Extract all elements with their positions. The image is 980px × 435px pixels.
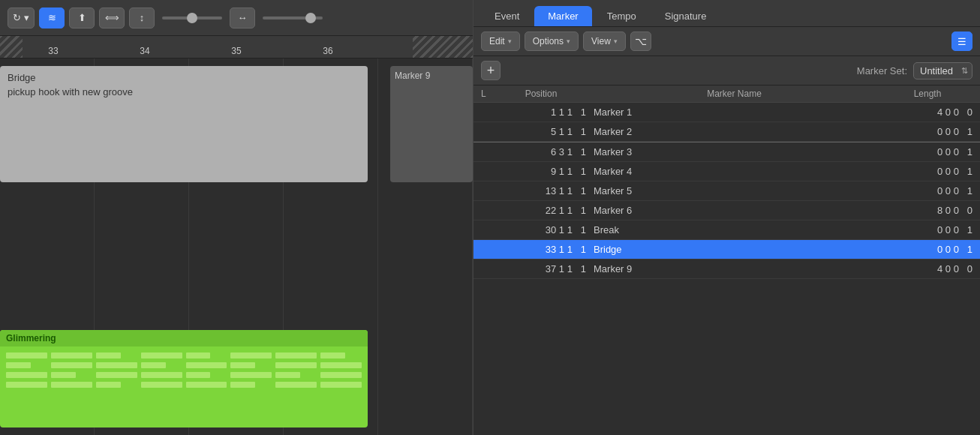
list-btn[interactable]: ☰ bbox=[951, 32, 972, 51]
cell-position: 33 1 1 1 bbox=[496, 244, 586, 255]
timeline-ruler: 33 34 35 36 37 bbox=[0, 36, 473, 58]
col-header-length: Length bbox=[882, 88, 972, 99]
view-label: View bbox=[591, 36, 611, 46]
midi-note bbox=[51, 352, 92, 358]
midi-note bbox=[51, 372, 76, 378]
cell-length: 0 0 0 1 bbox=[882, 185, 972, 196]
midi-note bbox=[186, 382, 227, 388]
midi-note bbox=[275, 372, 300, 378]
tab-signature[interactable]: Signature bbox=[651, 6, 720, 26]
table-row[interactable]: 5 1 1 1 Marker 2 0 0 0 1 bbox=[473, 122, 980, 142]
up-icon: ⬆ bbox=[78, 12, 86, 23]
bridge-title: Bridge bbox=[8, 72, 360, 83]
midi-note bbox=[51, 382, 92, 388]
marker-set-select[interactable]: Untitled bbox=[913, 62, 972, 80]
col-header-name: Marker Name bbox=[586, 88, 882, 99]
zoom-slider[interactable] bbox=[162, 16, 222, 20]
right-panel: Event Marker Tempo Signature Edit ▾ Opti… bbox=[473, 0, 980, 435]
arrows-btn[interactable]: ↕ bbox=[129, 8, 155, 28]
cell-name: Bridge bbox=[586, 244, 882, 255]
ruler-label-34: 34 bbox=[99, 37, 191, 56]
toolbar: ↻ ▾ ≋ ⬆ ⟺ ↕ ↔ bbox=[0, 0, 473, 36]
tab-marker[interactable]: Marker bbox=[534, 6, 591, 26]
midi-note bbox=[230, 362, 255, 368]
edit-btn[interactable]: Edit ▾ bbox=[481, 32, 520, 51]
midi-note bbox=[320, 382, 362, 388]
cell-length: 4 0 0 0 bbox=[882, 106, 972, 118]
cell-name: Marker 3 bbox=[586, 146, 882, 158]
marker9-label: Marker 9 bbox=[395, 70, 430, 81]
glimmering-notes bbox=[0, 346, 368, 392]
view-btn[interactable]: View ▾ bbox=[583, 32, 626, 51]
left-panel: ↻ ▾ ≋ ⬆ ⟺ ↕ ↔ 33 34 35 bbox=[0, 0, 473, 435]
options-label: Options bbox=[533, 36, 564, 46]
midi-note bbox=[6, 362, 31, 368]
cell-length: 0 0 0 1 bbox=[882, 224, 972, 236]
list-icon: ☰ bbox=[957, 36, 966, 47]
region-glimmering[interactable]: Glimmering bbox=[0, 330, 368, 428]
table-header: L Position Marker Name Length bbox=[473, 86, 980, 103]
fit-icon: ⟺ bbox=[105, 12, 119, 23]
midi-note bbox=[96, 382, 121, 388]
table-row[interactable]: 13 1 1 1 Marker 5 0 0 0 1 bbox=[473, 182, 980, 201]
tab-event[interactable]: Event bbox=[481, 6, 533, 26]
midi-note bbox=[51, 362, 92, 368]
view-chevron: ▾ bbox=[614, 38, 618, 45]
midi-note bbox=[230, 382, 255, 388]
cycle-btn[interactable]: ↻ ▾ bbox=[8, 8, 35, 28]
edit-label: Edit bbox=[489, 36, 505, 46]
table-row[interactable]: 6 3 1 1 Marker 3 0 0 0 1 bbox=[473, 142, 980, 162]
waveform-icon: ≋ bbox=[48, 12, 56, 23]
tab-tempo[interactable]: Tempo bbox=[594, 6, 650, 26]
col-header-position: Position bbox=[496, 88, 586, 99]
table-row[interactable]: 9 1 1 1 Marker 4 0 0 0 1 bbox=[473, 162, 980, 182]
midi-note bbox=[186, 372, 211, 378]
edit-chevron: ▾ bbox=[508, 38, 512, 45]
ruler-label-36: 36 bbox=[282, 37, 374, 56]
cycle-icon: ↻ bbox=[13, 12, 21, 23]
marker-set-label: Marker Set: bbox=[857, 65, 907, 76]
slider-thumb-2 bbox=[305, 13, 316, 23]
midi-note bbox=[275, 352, 317, 358]
table-row[interactable]: 37 1 1 1 Marker 9 4 0 0 0 bbox=[473, 260, 980, 279]
cell-length: 8 0 0 0 bbox=[882, 205, 972, 216]
midi-note bbox=[141, 362, 166, 368]
table-row[interactable]: 30 1 1 1 Break 0 0 0 1 bbox=[473, 220, 980, 240]
tracks-area: Bridge pickup hook with new groove Marke… bbox=[0, 58, 473, 435]
region-bridge[interactable]: Bridge pickup hook with new groove bbox=[0, 66, 368, 182]
zoom-slider-2[interactable] bbox=[263, 16, 323, 20]
ruler-hatch-right bbox=[413, 36, 473, 58]
midi-note bbox=[320, 352, 345, 358]
table-row[interactable]: 22 1 1 1 Marker 6 8 0 0 0 bbox=[473, 201, 980, 220]
midi-note bbox=[230, 352, 272, 358]
table-body: 1 1 1 1 Marker 1 4 0 0 0 5 1 1 1 Marker … bbox=[473, 103, 980, 279]
options-btn[interactable]: Options ▾ bbox=[525, 32, 579, 51]
up-btn[interactable]: ⬆ bbox=[69, 8, 95, 28]
midi-note bbox=[6, 372, 47, 378]
cell-name: Break bbox=[586, 224, 882, 236]
cell-position: 6 3 1 1 bbox=[496, 146, 586, 158]
fit-btn[interactable]: ⟺ bbox=[99, 8, 125, 28]
cell-position: 30 1 1 1 bbox=[496, 224, 586, 236]
midi-note bbox=[320, 372, 362, 378]
midi-note bbox=[96, 352, 121, 358]
ruler-labels: 33 34 35 36 37 bbox=[0, 37, 473, 56]
snap-btn[interactable]: ⌥ bbox=[630, 32, 651, 51]
cell-length: 0 0 0 1 bbox=[882, 126, 972, 137]
waveform-btn[interactable]: ≋ bbox=[39, 8, 65, 28]
cell-position: 37 1 1 1 bbox=[496, 263, 586, 274]
table-row[interactable]: 1 1 1 1 Marker 1 4 0 0 0 bbox=[473, 103, 980, 122]
cell-position: 22 1 1 1 bbox=[496, 205, 586, 216]
leftright-btn[interactable]: ↔ bbox=[230, 8, 255, 28]
region-marker9[interactable]: Marker 9 bbox=[390, 66, 473, 182]
add-marker-btn[interactable]: + bbox=[481, 61, 501, 80]
table-row[interactable]: 33 1 1 1 Bridge 0 0 0 1 bbox=[473, 240, 980, 260]
cell-length: 0 0 0 1 bbox=[882, 166, 972, 177]
cell-position: 5 1 1 1 bbox=[496, 126, 586, 137]
slider-thumb bbox=[187, 13, 197, 23]
cell-position: 9 1 1 1 bbox=[496, 166, 586, 177]
midi-note bbox=[186, 362, 227, 368]
midi-note bbox=[96, 372, 137, 378]
cell-name: Marker 5 bbox=[586, 185, 882, 196]
cell-length: 0 0 0 1 bbox=[882, 244, 972, 255]
